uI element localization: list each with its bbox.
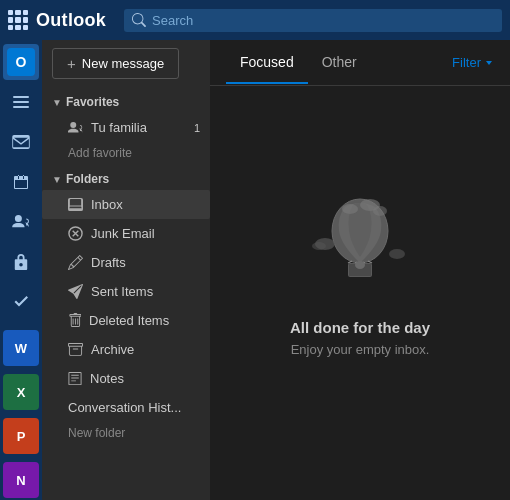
nav-item-inbox[interactable]: Inbox xyxy=(42,190,210,219)
sent-label: Sent Items xyxy=(91,284,153,299)
empty-state: All done for the day Enjoy your empty in… xyxy=(210,86,510,500)
sidebar-item-calendar[interactable] xyxy=(3,164,39,200)
tab-other[interactable]: Other xyxy=(308,42,371,84)
new-folder-item[interactable]: New folder xyxy=(42,422,210,444)
new-message-button[interactable]: + New message xyxy=(52,48,179,79)
favorites-chevron: ▼ xyxy=(52,97,62,108)
plus-icon: + xyxy=(67,55,76,72)
sidebar-item-mail[interactable] xyxy=(3,124,39,160)
svg-rect-2 xyxy=(13,106,29,108)
nav-sidebar: + New message ▼ Favorites Tu familia 1 A… xyxy=(42,40,210,500)
app-brand: Outlook xyxy=(36,10,106,31)
sent-icon xyxy=(68,284,83,299)
sidebar-item-excel[interactable]: X xyxy=(3,374,39,410)
nav-item-tu-familia[interactable]: Tu familia 1 xyxy=(42,113,210,142)
lock-icon xyxy=(14,254,28,270)
svg-point-18 xyxy=(355,261,365,269)
sidebar-item-onenote[interactable]: N xyxy=(3,462,39,498)
nav-item-archive[interactable]: Archive xyxy=(42,335,210,364)
nav-item-conv-hist[interactable]: Conversation Hist... xyxy=(42,393,210,422)
sidebar-item-tasks[interactable] xyxy=(3,284,39,320)
empty-title: All done for the day xyxy=(290,319,430,336)
notes-icon xyxy=(68,371,82,386)
svg-point-17 xyxy=(389,249,405,259)
junk-label: Junk Email xyxy=(91,226,155,241)
empty-subtitle: Enjoy your empty inbox. xyxy=(291,342,430,357)
ppt-label: P xyxy=(17,429,26,444)
deleted-label: Deleted Items xyxy=(89,313,169,328)
new-message-label: New message xyxy=(82,56,164,71)
people-nav-icon xyxy=(68,122,83,134)
filter-label: Filter xyxy=(452,55,481,70)
favorites-label: Favorites xyxy=(66,95,119,109)
nav-item-junk[interactable]: Junk Email xyxy=(42,219,210,248)
calendar-icon xyxy=(13,174,29,190)
folders-section-header[interactable]: ▼ Folders xyxy=(42,164,210,190)
sidebar-item-people[interactable] xyxy=(3,204,39,240)
svg-rect-1 xyxy=(13,101,29,103)
nav-item-drafts[interactable]: Drafts xyxy=(42,248,210,277)
nav-item-sent[interactable]: Sent Items xyxy=(42,277,210,306)
tab-focused[interactable]: Focused xyxy=(226,42,308,84)
outlook-logo: O xyxy=(7,48,35,76)
grid-icon[interactable] xyxy=(8,10,28,30)
notes-label: Notes xyxy=(90,371,124,386)
filter-chevron-icon xyxy=(484,58,494,68)
content-area: Focused Other Filter xyxy=(210,40,510,500)
favorites-section-header[interactable]: ▼ Favorites xyxy=(42,87,210,113)
sidebar-item-lock[interactable] xyxy=(3,244,39,280)
archive-icon xyxy=(68,342,83,357)
drafts-icon xyxy=(68,255,83,270)
nav-item-deleted[interactable]: Deleted Items xyxy=(42,306,210,335)
svg-point-8 xyxy=(373,206,387,216)
inbox-icon xyxy=(68,197,83,212)
menu-icon xyxy=(13,94,29,110)
inbox-label: Inbox xyxy=(91,197,123,212)
topbar: Outlook xyxy=(0,0,510,40)
folders-chevron: ▼ xyxy=(52,174,62,185)
add-favorite-label: Add favorite xyxy=(68,146,132,160)
excel-label: X xyxy=(17,385,26,400)
people-icon xyxy=(12,215,30,229)
nav-item-notes[interactable]: Notes xyxy=(42,364,210,393)
inbox-tabs: Focused Other Filter xyxy=(210,40,510,86)
sidebar-item-powerpoint[interactable]: P xyxy=(3,418,39,454)
svg-point-16 xyxy=(312,242,326,250)
sidebar-item-outlook[interactable]: O xyxy=(3,44,39,80)
add-favorite-item[interactable]: Add favorite xyxy=(42,142,210,164)
conv-hist-label: Conversation Hist... xyxy=(68,400,181,415)
word-label: W xyxy=(15,341,27,356)
filter-button[interactable]: Filter xyxy=(452,55,494,70)
folders-label: Folders xyxy=(66,172,109,186)
archive-label: Archive xyxy=(91,342,134,357)
junk-icon xyxy=(68,226,83,241)
deleted-icon xyxy=(68,313,81,328)
mail-icon xyxy=(12,135,30,149)
sidebar-item-word[interactable]: W xyxy=(3,330,39,366)
search-input[interactable] xyxy=(152,13,494,28)
search-icon xyxy=(132,13,146,27)
icon-sidebar: O xyxy=(0,40,42,500)
balloon-illustration xyxy=(305,189,415,303)
drafts-label: Drafts xyxy=(91,255,126,270)
svg-point-6 xyxy=(342,204,358,214)
tu-familia-badge: 1 xyxy=(194,122,200,134)
new-folder-label: New folder xyxy=(68,426,125,440)
search-bar[interactable] xyxy=(124,9,502,32)
svg-rect-0 xyxy=(13,96,29,98)
tu-familia-label: Tu familia xyxy=(91,120,147,135)
sidebar-item-menu[interactable] xyxy=(3,84,39,120)
onenote-label: N xyxy=(16,473,25,488)
main-layout: O xyxy=(0,40,510,500)
checkmark-icon xyxy=(13,294,29,310)
